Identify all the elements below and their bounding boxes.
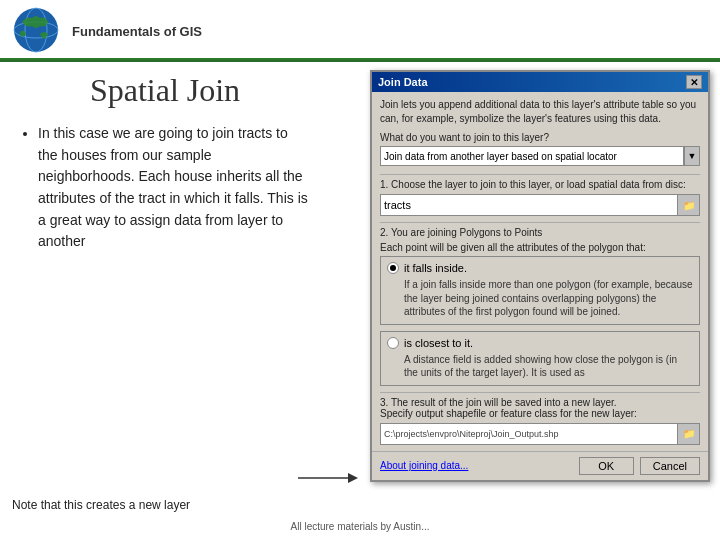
note-text: Note that this creates a new layer [12, 498, 190, 512]
left-panel: Spatial Join In this case we are going t… [0, 62, 330, 540]
divider3 [380, 392, 700, 393]
output-path-row: 📁 [380, 423, 700, 445]
globe-icon [12, 6, 60, 54]
join-type-select[interactable]: Join data from another layer based on sp… [380, 146, 684, 166]
dialog-description: Join lets you append additional data to … [380, 98, 700, 126]
arrow-icon [298, 468, 358, 488]
output-browse-button[interactable]: 📁 [677, 424, 699, 444]
section2-label: 2. You are joining Polygons to Points [380, 227, 700, 238]
layer-browse-button[interactable]: 📁 [677, 195, 699, 215]
divider2 [380, 222, 700, 223]
svg-marker-4 [348, 473, 358, 483]
about-joining-link[interactable]: About joining data... [380, 460, 468, 471]
radio-button-1[interactable] [387, 262, 399, 274]
radio-section-2: is closest to it. A distance field is ad… [380, 331, 700, 386]
output-path-input[interactable] [381, 424, 677, 444]
note-area: Note that this creates a new layer [12, 498, 190, 512]
header-title: Fundamentals of GIS [72, 22, 202, 39]
bullet-item: In this case we are going to join tracts… [38, 123, 310, 253]
dialog-body: Join lets you append additional data to … [372, 92, 708, 451]
specify-label: Specify output shapefile or feature clas… [380, 408, 700, 419]
radio2-label: is closest to it. [404, 337, 473, 349]
bullet-list: In this case we are going to join tracts… [30, 123, 310, 253]
green-divider [0, 58, 720, 60]
join-type-select-row[interactable]: Join data from another layer based on sp… [380, 146, 700, 166]
radio-button-2[interactable] [387, 337, 399, 349]
radio2-desc: A distance field is added showing how cl… [404, 353, 693, 380]
radio1-desc: If a join falls inside more than one pol… [404, 278, 693, 319]
ok-button[interactable]: OK [579, 457, 634, 475]
radio2-title-row: is closest to it. [387, 337, 693, 349]
dialog-question: What do you want to join to this layer? [380, 132, 700, 143]
dialog-footer: About joining data... OK Cancel [372, 451, 708, 480]
svg-point-0 [14, 8, 58, 52]
each-point-label: Each point will be given all the attribu… [380, 242, 700, 253]
radio1-label: it falls inside. [404, 262, 467, 274]
cancel-button[interactable]: Cancel [640, 457, 700, 475]
main-content: Spatial Join In this case we are going t… [0, 62, 720, 540]
section1-label: 1. Choose the layer to join to this laye… [380, 179, 700, 190]
join-data-dialog: Join Data ✕ Join lets you append additio… [370, 70, 710, 482]
select-dropdown-icon[interactable]: ▼ [684, 146, 700, 166]
section3: 3. The result of the join will be saved … [380, 397, 700, 445]
dialog-title: Join Data [378, 76, 428, 88]
section3-label: 3. The result of the join will be saved … [380, 397, 700, 408]
layer-input[interactable] [381, 195, 677, 215]
attribution: All lecture materials by Austin... [291, 521, 430, 532]
header: Fundamentals of GIS [0, 0, 720, 62]
radio-section-1: it falls inside. If a join falls inside … [380, 256, 700, 325]
dialog-close-button[interactable]: ✕ [686, 75, 702, 89]
slide-title: Spatial Join [20, 72, 310, 109]
divider [380, 174, 700, 175]
radio1-title-row: it falls inside. [387, 262, 693, 274]
dialog-titlebar: Join Data ✕ [372, 72, 708, 92]
layer-select-row: 📁 [380, 194, 700, 216]
